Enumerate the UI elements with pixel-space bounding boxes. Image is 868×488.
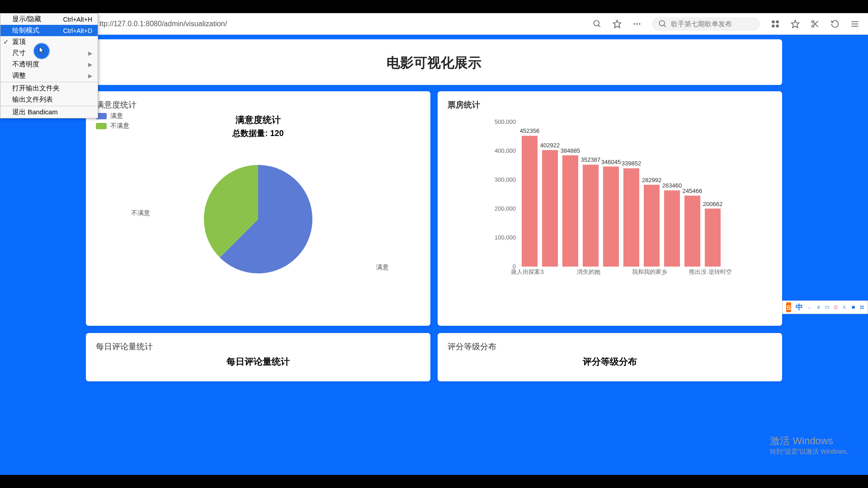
svg-point-6 — [660, 20, 665, 26]
ime-user-icon[interactable] — [842, 303, 846, 311]
ime-keyboard-icon[interactable] — [825, 303, 829, 311]
svg-rect-61 — [862, 306, 863, 307]
context-menu-item[interactable]: 输出文件列表 — [0, 94, 98, 105]
zoom-icon[interactable] — [592, 19, 602, 29]
svg-text:我和我的家乡: 我和我的家乡 — [632, 268, 667, 275]
svg-rect-60 — [860, 306, 862, 307]
svg-rect-54 — [826, 306, 829, 309]
context-menu-item[interactable]: 不透明度▶ — [0, 59, 98, 70]
ime-tool-icon[interactable] — [851, 303, 855, 311]
svg-text:245466: 245466 — [683, 188, 702, 194]
svg-point-51 — [810, 308, 811, 309]
ime-emoji-icon[interactable] — [834, 303, 838, 311]
svg-point-3 — [634, 23, 635, 24]
svg-rect-26 — [522, 136, 538, 267]
svg-rect-38 — [644, 185, 660, 267]
ime-logo-icon[interactable]: S — [786, 302, 791, 312]
svg-text:500,000: 500,000 — [495, 118, 516, 125]
svg-point-56 — [835, 307, 835, 307]
svg-rect-42 — [684, 196, 700, 267]
svg-rect-30 — [562, 155, 578, 267]
svg-rect-63 — [862, 308, 863, 309]
svg-point-4 — [636, 23, 637, 24]
rating-card-title: 评分等级分布 — [448, 341, 772, 352]
pie-card: 满意度统计 满意 不满意 满意度统计 总数据量: 120 不满意 满意 — [86, 91, 430, 326]
pie-card-title: 满意度统计 — [96, 99, 420, 110]
context-menu-item[interactable]: 调整▶ — [0, 70, 98, 81]
watermark-line2: 转到"设置"以激活 Windows。 — [770, 448, 853, 456]
svg-text:346045: 346045 — [601, 159, 621, 165]
rating-card: 评分等级分布 评分等级分布 — [438, 333, 782, 381]
ime-mic-icon[interactable] — [816, 303, 821, 311]
svg-rect-10 — [772, 24, 775, 27]
svg-text:300,000: 300,000 — [495, 176, 516, 183]
svg-text:402922: 402922 — [540, 142, 560, 149]
scissors-icon[interactable] — [810, 19, 820, 29]
ime-toolbar[interactable]: S 中 — [782, 300, 868, 314]
svg-point-14 — [812, 25, 814, 27]
bar-card-title: 票房统计 — [448, 99, 772, 110]
svg-point-0 — [594, 20, 599, 26]
toolbar-search[interactable] — [652, 17, 760, 31]
context-menu-item[interactable]: 显示/隐藏Ctrl+Alt+H — [0, 14, 98, 25]
ime-grid-icon[interactable] — [860, 303, 864, 311]
svg-rect-28 — [542, 150, 558, 267]
bandicam-context-menu[interactable]: 显示/隐藏Ctrl+Alt+H绘制模式Ctrl+Alt+D置顶尺寸▶不透明度▶调… — [0, 13, 98, 118]
star-add-icon[interactable] — [790, 19, 800, 29]
svg-text:263460: 263460 — [662, 182, 682, 189]
search-input[interactable] — [671, 20, 752, 28]
svg-point-13 — [812, 20, 814, 23]
svg-rect-52 — [818, 306, 819, 308]
context-menu-item[interactable]: 置顶 — [0, 36, 98, 47]
browser-toolbar: ttp://127.0.0.1:8080/admin/visualization… — [0, 13, 868, 35]
legend-label: 满意 — [110, 112, 123, 120]
pie-chart-sub: 总数据量: 120 — [96, 128, 420, 139]
svg-text:消失的她: 消失的她 — [577, 268, 600, 275]
ime-punct-icon[interactable] — [807, 303, 811, 311]
favorite-icon[interactable] — [612, 19, 622, 29]
svg-text:熊出没·逆转时空: 熊出没·逆转时空 — [689, 268, 732, 275]
svg-text:352387: 352387 — [581, 156, 600, 163]
bar-card: 票房统计 0100,000200,000300,000400,000500,00… — [438, 91, 782, 326]
svg-text:唐人街探案3: 唐人街探案3 — [511, 268, 543, 275]
context-menu-item[interactable]: 退出 Bandicam — [0, 107, 98, 118]
legend-label: 不满意 — [110, 122, 129, 130]
svg-text:384885: 384885 — [561, 147, 580, 154]
svg-text:200,000: 200,000 — [495, 205, 516, 212]
pie-legend: 满意 不满意 — [96, 112, 129, 130]
menu-icon[interactable] — [850, 19, 860, 29]
svg-text:100,000: 100,000 — [495, 234, 516, 241]
url-box[interactable]: ttp://127.0.0.1:8080/admin/visualization… — [99, 20, 227, 28]
bar-chart[interactable]: 0100,000200,000300,000400,000500,0004523… — [448, 113, 772, 280]
watermark-line1: 激活 Windows — [770, 434, 853, 448]
svg-rect-44 — [705, 209, 721, 267]
svg-point-5 — [639, 23, 640, 24]
svg-point-57 — [836, 307, 836, 307]
svg-text:452356: 452356 — [520, 127, 539, 134]
daily-chart-title: 每日评论量统计 — [96, 356, 420, 368]
svg-point-50 — [808, 308, 809, 309]
context-menu-item[interactable]: 绘制模式Ctrl+Alt+D — [0, 25, 98, 36]
svg-rect-9 — [776, 20, 779, 23]
ime-lang[interactable]: 中 — [796, 303, 803, 312]
svg-text:400,000: 400,000 — [495, 147, 516, 154]
apps-icon[interactable] — [770, 19, 780, 29]
svg-line-1 — [599, 25, 600, 27]
svg-text:339852: 339852 — [622, 160, 641, 167]
svg-point-58 — [844, 306, 845, 307]
svg-rect-34 — [603, 167, 619, 267]
pie-chart[interactable] — [190, 151, 326, 287]
svg-rect-59 — [852, 306, 854, 309]
pie-slice-label: 不满意 — [131, 209, 150, 217]
rating-chart-title: 评分等级分布 — [448, 356, 772, 368]
svg-text:282992: 282992 — [642, 177, 661, 183]
url-text: ttp://127.0.0.1:8080/admin/visualization… — [99, 20, 227, 28]
pie-chart-title: 满意度统计 — [96, 114, 420, 126]
svg-rect-32 — [583, 164, 599, 267]
daily-card-title: 每日评论量统计 — [96, 341, 420, 352]
more-icon[interactable] — [632, 19, 642, 29]
refresh-icon[interactable] — [830, 19, 840, 29]
page-title: 电影可视化展示 — [86, 54, 782, 72]
context-menu-item[interactable]: 打开输出文件夹 — [0, 83, 98, 94]
pie-slice-label: 满意 — [376, 263, 389, 272]
